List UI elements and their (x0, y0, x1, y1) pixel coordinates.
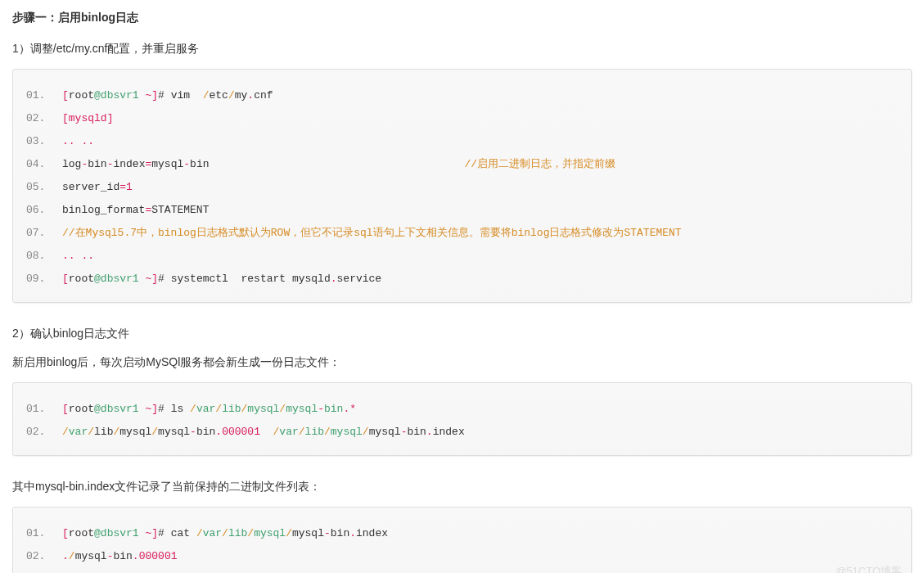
code-line: 01.[root@dbsvr1 ~]# ls /var/lib/mysql/my… (26, 398, 898, 421)
code-line: 02.[mysqld] (26, 107, 898, 130)
code-content: binlog_format=STATEMENT (62, 199, 898, 222)
line-number: 02. (26, 107, 62, 130)
paragraph-2: 2）确认binlog日志文件 (12, 324, 912, 344)
paragraph-4: 其中mysql-bin.index文件记录了当前保持的二进制文件列表： (12, 477, 912, 497)
code-content: ./mysql-bin.000001 (62, 545, 898, 568)
code-content: [root@dbsvr1 ~]# systemctl restart mysql… (62, 268, 898, 291)
code-content: /var/lib/mysql/mysql-bin.000001 /var/lib… (62, 421, 898, 444)
line-number: 01. (26, 84, 62, 107)
line-number: 08. (26, 245, 62, 268)
code-line: 02./var/lib/mysql/mysql-bin.000001 /var/… (26, 421, 898, 444)
code-content: //在Mysql5.7中，binlog日志格式默认为ROW，但它不记录sql语句… (62, 222, 898, 245)
line-number: 01. (26, 398, 62, 421)
watermark-text: @51CTO博客 (836, 562, 902, 573)
code-line: 02../mysql-bin.000001 (26, 545, 898, 568)
code-line: 08... .. (26, 245, 898, 268)
code-block-3: 01.[root@dbsvr1 ~]# cat /var/lib/mysql/m… (12, 507, 912, 573)
code-line: 09.[root@dbsvr1 ~]# systemctl restart my… (26, 268, 898, 291)
code-line: 05.server_id=1 (26, 176, 898, 199)
line-number: 07. (26, 222, 62, 245)
paragraph-3: 新启用binlog后，每次启动MySQl服务都会新生成一份日志文件： (12, 353, 912, 372)
code-content: [root@dbsvr1 ~]# vim /etc/my.cnf (62, 84, 898, 107)
line-number: 02. (26, 421, 62, 444)
code-block-2: 01.[root@dbsvr1 ~]# ls /var/lib/mysql/my… (12, 382, 912, 456)
line-number: 03. (26, 130, 62, 153)
code-content: .. .. (62, 245, 898, 268)
code-line: 01.[root@dbsvr1 ~]# vim /etc/my.cnf (26, 84, 898, 107)
code-content: .. .. (62, 130, 898, 153)
code-line: 01.[root@dbsvr1 ~]# cat /var/lib/mysql/m… (26, 522, 898, 545)
code-content: server_id=1 (62, 176, 898, 199)
code-content: log-bin-index=mysql-bin //启用二进制日志，并指定前缀 (62, 153, 898, 176)
line-number: 04. (26, 153, 62, 176)
code-content: [mysqld] (62, 107, 898, 130)
code-line: 06.binlog_format=STATEMENT (26, 199, 898, 222)
code-line: 03... .. (26, 130, 898, 153)
code-line: 07.//在Mysql5.7中，binlog日志格式默认为ROW，但它不记录sq… (26, 222, 898, 245)
line-number: 06. (26, 199, 62, 222)
line-number: 02. (26, 545, 62, 568)
code-content: [root@dbsvr1 ~]# ls /var/lib/mysql/mysql… (62, 398, 898, 421)
line-number: 05. (26, 176, 62, 199)
code-block-1: 01.[root@dbsvr1 ~]# vim /etc/my.cnf02.[m… (12, 69, 912, 303)
code-line: 04.log-bin-index=mysql-bin //启用二进制日志，并指定… (26, 153, 898, 176)
step-heading: 步骤一：启用binlog日志 (12, 8, 912, 28)
paragraph-1: 1）调整/etc/my.cnf配置，并重启服务 (12, 39, 912, 59)
code-content: [root@dbsvr1 ~]# cat /var/lib/mysql/mysq… (62, 522, 898, 545)
line-number: 09. (26, 268, 62, 291)
line-number: 01. (26, 522, 62, 545)
